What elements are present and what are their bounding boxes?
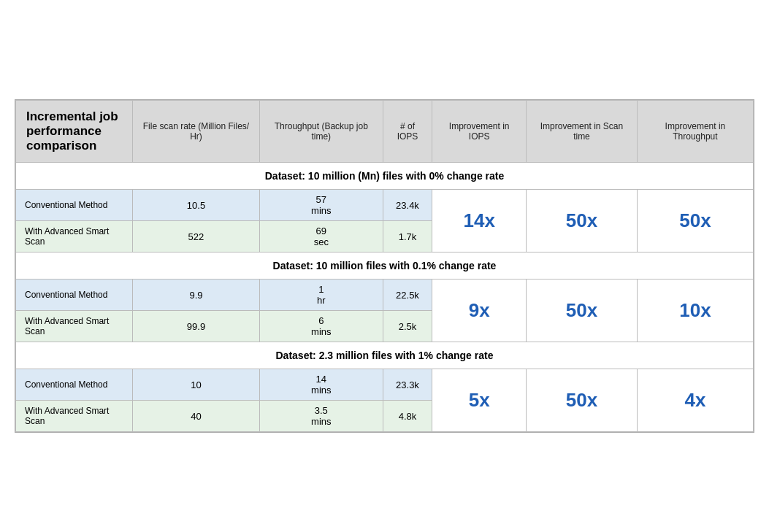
dataset-header-1: Dataset: 10 million files with 0.1% chan… <box>16 252 754 280</box>
scan-rate-0-0: 10.5 <box>133 190 260 221</box>
throughput-1-0: 1 hr <box>259 280 383 311</box>
improvement-scan-0: 50x <box>527 190 638 252</box>
throughput-2-0: 14 mins <box>259 369 383 401</box>
improvement-throughput-1: 10x <box>637 280 753 342</box>
col-improvement-scan-header: Improvement in Scan time <box>527 101 638 163</box>
improvement-scan-1: 50x <box>527 280 638 342</box>
dataset-header-2: Dataset: 2.3 million files with 1% chang… <box>16 342 754 369</box>
scan-rate-1-0: 9.9 <box>133 280 260 311</box>
scan-rate-1-1: 99.9 <box>133 311 260 342</box>
improvement-scan-2: 50x <box>527 369 638 432</box>
col-scan-rate-header: File scan rate (Million Files/ Hr) <box>133 101 260 163</box>
performance-comparison-table: Incremental job performance comparison F… <box>15 99 754 433</box>
method-cell-1-0: Conventional Method <box>16 280 133 311</box>
dataset-header-0: Dataset: 10 million (Mn) files with 0% c… <box>16 163 754 190</box>
iops-2-1: 4.8k <box>383 401 432 432</box>
improvement-throughput-0: 50x <box>637 190 753 252</box>
throughput-1-1: 6 mins <box>259 311 383 342</box>
scan-rate-0-1: 522 <box>133 221 260 252</box>
col-improvement-iops-header: Improvement in IOPS <box>432 101 527 163</box>
improvement-iops-1: 9x <box>432 280 527 342</box>
method-cell-2-1: With Advanced Smart Scan <box>16 401 133 432</box>
throughput-0-1: 69 sec <box>259 221 383 252</box>
scan-rate-2-1: 40 <box>133 401 260 432</box>
throughput-0-0: 57 mins <box>259 190 383 221</box>
improvement-iops-0: 14x <box>432 190 527 252</box>
method-cell-0-1: With Advanced Smart Scan <box>16 221 133 252</box>
table-title: Incremental job performance comparison <box>16 101 133 163</box>
method-cell-2-0: Conventional Method <box>16 369 133 401</box>
method-cell-1-1: With Advanced Smart Scan <box>16 311 133 342</box>
method-cell-0-0: Conventional Method <box>16 190 133 221</box>
iops-2-0: 23.3k <box>383 369 432 401</box>
improvement-throughput-2: 4x <box>637 369 753 432</box>
iops-1-1: 2.5k <box>383 311 432 342</box>
improvement-iops-2: 5x <box>432 369 527 432</box>
throughput-2-1: 3.5 mins <box>259 401 383 432</box>
col-iops-header: # of IOPS <box>383 101 432 163</box>
iops-0-0: 23.4k <box>383 190 432 221</box>
iops-1-0: 22.5k <box>383 280 432 311</box>
scan-rate-2-0: 10 <box>133 369 260 401</box>
col-improvement-throughput-header: Improvement in Throughput <box>637 101 753 163</box>
iops-0-1: 1.7k <box>383 221 432 252</box>
col-throughput-header: Throughput (Backup job time) <box>259 101 383 163</box>
